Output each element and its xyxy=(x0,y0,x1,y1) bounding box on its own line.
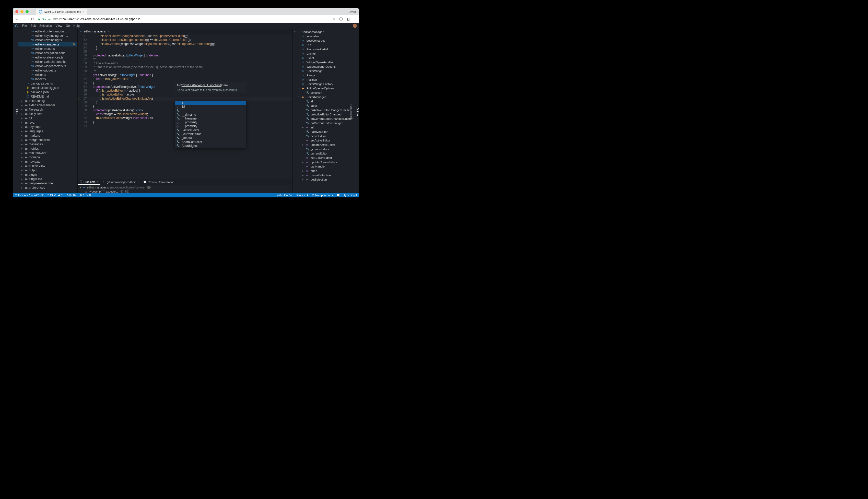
file-item[interactable]: TSeditor-variable-contrib... xyxy=(19,60,77,64)
outline-item[interactable]: ◇WidgetOpenerOptions xyxy=(293,64,354,69)
suggestion-item[interactable]: 🔧__dirname xyxy=(175,113,246,117)
menu-icon[interactable]: ⋮ xyxy=(353,17,357,22)
suggestion-item[interactable]: 🔧AbortSignal xyxy=(175,144,246,148)
folder-item[interactable]: ▸🖿java xyxy=(19,120,77,125)
editor-tab[interactable]: TS editor-manager.ts × xyxy=(78,28,111,34)
star-icon[interactable]: ☆ xyxy=(332,17,336,22)
outline-item[interactable]: ◈setCurrentEditor xyxy=(293,156,354,160)
folder-item[interactable]: ▸🖿messages xyxy=(19,142,77,146)
menu-edit[interactable]: Edit xyxy=(31,24,36,27)
back-button[interactable]: ← xyxy=(15,17,20,21)
code-line[interactable]: get activeEditor(): EditorWidget | undef… xyxy=(89,73,292,77)
file-item[interactable]: {}package.json xyxy=(19,90,77,94)
folder-item[interactable]: ▸🖿languages xyxy=(19,129,77,133)
suggestion-item[interactable]: ◇$$ xyxy=(175,105,246,109)
browser-tab[interactable]: [WIP] GH-1845: Extended the × xyxy=(36,9,87,15)
code-line[interactable]: this.onActiveEditorChangedEmitter.fire( xyxy=(89,97,292,101)
code-line[interactable] xyxy=(89,50,292,53)
outline-item[interactable]: ◈canHandle xyxy=(293,164,354,169)
outline-item[interactable]: 🔧_activeEditor xyxy=(293,130,354,134)
menu-go[interactable]: Go xyxy=(66,24,70,27)
close-panel-tab-icon[interactable]: × xyxy=(97,180,98,184)
suggestion-item[interactable]: 🔧_currentEditor xyxy=(175,132,246,136)
outline-item[interactable]: ◇Event xyxy=(293,56,354,60)
folder-item[interactable]: ▸🖿plugin-ext xyxy=(19,177,77,181)
close-editor-icon[interactable]: × xyxy=(107,29,109,33)
outline-item[interactable]: 🔧selection xyxy=(293,90,354,95)
outline-item[interactable]: ▾◆EditorManager xyxy=(293,95,354,99)
outline-item[interactable]: 🔧onActiveEditorChangedEmitter xyxy=(293,108,354,112)
code-line[interactable]: * If there is an active editor (one that… xyxy=(89,65,292,69)
outline-item[interactable]: 🔧id xyxy=(293,99,354,104)
outline-item[interactable]: ◇URI xyxy=(293,42,354,47)
issue-status[interactable]: ⊙ theia-ide/theia#2332 xyxy=(15,194,44,197)
file-item[interactable]: TSeditor-frontend-modul... xyxy=(19,29,77,34)
outline-item[interactable]: ▾{ }"editor-manager" xyxy=(293,29,354,34)
suggestion-item[interactable]: ◇__promisify__ xyxy=(175,120,246,124)
panel-tab[interactable]: >_gitpod /workspace/theia× xyxy=(100,179,141,185)
menu-help[interactable]: Help xyxy=(73,24,80,27)
folder-item[interactable]: ▸🖿filesystem xyxy=(19,112,77,116)
folder-item[interactable]: ▸🖿output xyxy=(19,168,77,172)
feedback-icon[interactable]: 💬 xyxy=(336,194,340,197)
file-item[interactable]: TSeditor-widget.ts xyxy=(19,68,77,73)
indentation-status[interactable]: Spaces: 4 xyxy=(296,194,308,197)
reload-button[interactable]: ⟳ xyxy=(30,17,35,22)
app-logo-icon[interactable] xyxy=(15,24,19,27)
suggestion-item[interactable]: ◇__promisify__ xyxy=(175,124,246,128)
folder-item[interactable]: ▸🖿navigator xyxy=(19,159,77,164)
outline-item[interactable]: ▸◈open xyxy=(293,169,354,173)
suggestion-item[interactable]: 🔧AbortController xyxy=(175,140,246,144)
folder-item[interactable]: ▸🖿keymaps xyxy=(19,125,77,129)
folder-item[interactable]: ▸🖿plugin-ext-vscode xyxy=(19,181,77,185)
file-item[interactable]: TSindex.ts xyxy=(19,77,77,81)
maximize-window-icon[interactable] xyxy=(26,10,28,13)
outline-item[interactable]: ◇EditorWidgetFactory xyxy=(293,82,354,86)
minimize-window-icon[interactable] xyxy=(21,10,24,13)
folder-item[interactable]: ▸🖿monaco xyxy=(19,155,77,159)
code-line[interactable]: this.onCreated(widget => widget.disposed… xyxy=(89,42,292,46)
outline-item[interactable]: ▸◈init xyxy=(293,125,354,130)
close-tab-icon[interactable]: × xyxy=(83,10,85,14)
outline-item[interactable]: ◇injectable xyxy=(293,34,354,38)
folder-item[interactable]: ▸🖿markers xyxy=(19,133,77,138)
outline-item[interactable]: ◇RecursivePartial xyxy=(293,47,354,51)
outline-item[interactable]: 🔧activeEditor xyxy=(293,134,354,138)
file-item[interactable]: TSeditor-navigation-cont... xyxy=(19,51,77,55)
code-line[interactable]: this.shell.activeChanged.connect(() => t… xyxy=(89,34,292,38)
cursor-position[interactable]: Ln 67, Col 52 xyxy=(276,194,292,197)
code-line[interactable]: /** xyxy=(89,58,292,62)
right-tab-pull-request[interactable]: Pull Request xyxy=(350,105,352,119)
forward-button[interactable]: → xyxy=(23,17,27,21)
suggestion-item[interactable]: 🔧_default xyxy=(175,136,246,140)
outline-item[interactable]: ◇postConstruct xyxy=(293,38,354,42)
url-input[interactable]: https://ca9204d2-25d9-4ebc-a65e-e2140b1c… xyxy=(53,17,330,21)
code-line[interactable]: this._activeEditor = active; xyxy=(89,93,292,97)
sync-status[interactable]: ⟲ 0↓ 0↑ xyxy=(66,194,76,197)
file-item[interactable]: TSeditor-widget-factory.ts xyxy=(19,64,77,68)
right-tab-outline[interactable]: Outline xyxy=(356,108,359,116)
outline-item[interactable]: ◇Position xyxy=(293,77,354,82)
suggestion-widget[interactable]: ◇$◇$$🔧_🔧__dirname🔧__filename◇__promisify… xyxy=(175,101,246,148)
outline-item[interactable]: ▸◈revealSelection xyxy=(293,173,354,177)
outline-item[interactable]: ▾◆EditorOpenerOptions xyxy=(293,86,354,90)
folder-item[interactable]: ▸🖿outline-view xyxy=(19,164,77,168)
folder-item[interactable]: ▸🖿merge-conflicts xyxy=(19,138,77,142)
panel-tab[interactable]: ⓘProblems× xyxy=(78,179,100,185)
outline-item[interactable]: ◇Range xyxy=(293,73,354,77)
problems-status[interactable]: ⊘ 1 ⚠ 0 xyxy=(80,194,91,197)
close-window-icon[interactable] xyxy=(15,10,19,13)
folder-item[interactable]: ▸🖿plugin xyxy=(19,172,77,177)
activity-files[interactable]: Files xyxy=(15,109,18,114)
panel-tab[interactable]: 💬Review Conversation xyxy=(141,179,176,185)
file-item[interactable]: TSeditor-manager.tsM xyxy=(19,42,77,47)
code-line[interactable]: this.shell.currentChanged.connect(() => … xyxy=(89,38,292,42)
folder-item[interactable]: ▸🖿extension-manager xyxy=(19,103,77,107)
ports-status[interactable]: ⊘ No open ports xyxy=(312,194,333,197)
file-item[interactable]: TSeditor.ts xyxy=(19,73,77,77)
avatar[interactable] xyxy=(353,24,357,28)
folder-item[interactable]: ▸🖿editorconfig xyxy=(19,99,77,103)
language-mode[interactable]: TypeScript xyxy=(343,194,357,197)
branch-status[interactable]: ᛘ GH-1845* xyxy=(47,194,63,197)
folder-item[interactable]: ▸🖿metrics xyxy=(19,146,77,151)
